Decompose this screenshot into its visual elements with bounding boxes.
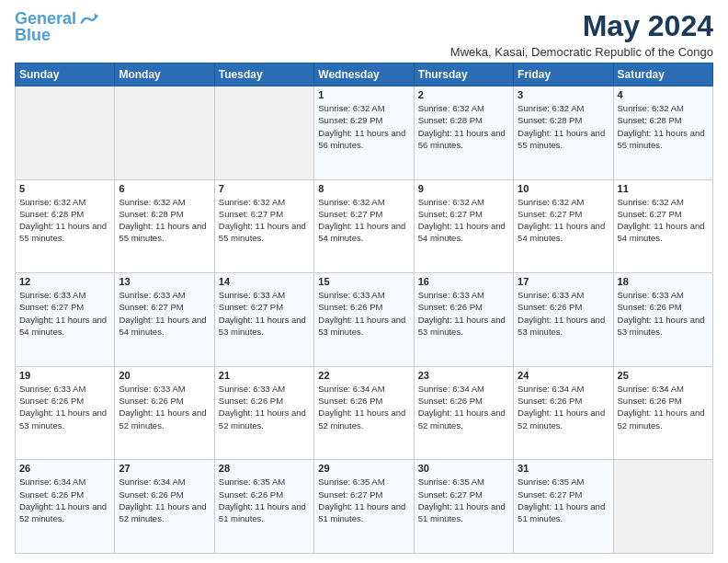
day-info: Sunrise: 6:34 AM Sunset: 6:26 PM Dayligh… bbox=[618, 383, 709, 431]
calendar-cell: 26Sunrise: 6:34 AM Sunset: 6:26 PM Dayli… bbox=[16, 460, 115, 554]
calendar-cell: 28Sunrise: 6:35 AM Sunset: 6:26 PM Dayli… bbox=[214, 460, 313, 554]
day-number: 29 bbox=[318, 463, 409, 474]
day-header-tuesday: Tuesday bbox=[214, 63, 313, 86]
day-info: Sunrise: 6:33 AM Sunset: 6:26 PM Dayligh… bbox=[618, 289, 709, 338]
day-header-sunday: Sunday bbox=[16, 63, 115, 86]
day-number: 9 bbox=[418, 183, 509, 194]
week-row-5: 26Sunrise: 6:34 AM Sunset: 6:26 PM Dayli… bbox=[16, 460, 713, 554]
calendar-cell: 17Sunrise: 6:33 AM Sunset: 6:26 PM Dayli… bbox=[514, 273, 613, 367]
day-info: Sunrise: 6:32 AM Sunset: 6:29 PM Dayligh… bbox=[318, 102, 409, 151]
calendar-cell: 2Sunrise: 6:32 AM Sunset: 6:28 PM Daylig… bbox=[414, 86, 513, 180]
day-info: Sunrise: 6:35 AM Sunset: 6:27 PM Dayligh… bbox=[318, 476, 409, 524]
day-number: 4 bbox=[618, 89, 709, 100]
calendar-cell: 31Sunrise: 6:35 AM Sunset: 6:27 PM Dayli… bbox=[514, 460, 613, 554]
calendar-cell: 25Sunrise: 6:34 AM Sunset: 6:26 PM Dayli… bbox=[613, 366, 712, 460]
week-row-1: 1Sunrise: 6:32 AM Sunset: 6:29 PM Daylig… bbox=[16, 86, 713, 180]
day-info: Sunrise: 6:32 AM Sunset: 6:28 PM Dayligh… bbox=[618, 102, 709, 151]
day-info: Sunrise: 6:35 AM Sunset: 6:26 PM Dayligh… bbox=[219, 476, 310, 524]
calendar-cell: 24Sunrise: 6:34 AM Sunset: 6:26 PM Dayli… bbox=[514, 366, 613, 460]
day-info: Sunrise: 6:34 AM Sunset: 6:26 PM Dayligh… bbox=[318, 383, 409, 431]
calendar-cell: 22Sunrise: 6:34 AM Sunset: 6:26 PM Dayli… bbox=[314, 366, 414, 460]
day-number: 28 bbox=[219, 463, 310, 474]
calendar-cell: 19Sunrise: 6:33 AM Sunset: 6:26 PM Dayli… bbox=[16, 366, 115, 460]
day-header-friday: Friday bbox=[514, 63, 613, 86]
calendar-cell: 1Sunrise: 6:32 AM Sunset: 6:29 PM Daylig… bbox=[314, 86, 414, 180]
day-number: 26 bbox=[19, 463, 110, 474]
calendar-cell: 23Sunrise: 6:34 AM Sunset: 6:26 PM Dayli… bbox=[414, 366, 513, 460]
day-info: Sunrise: 6:34 AM Sunset: 6:26 PM Dayligh… bbox=[119, 476, 210, 524]
calendar-cell: 13Sunrise: 6:33 AM Sunset: 6:27 PM Dayli… bbox=[115, 273, 214, 367]
calendar-cell: 21Sunrise: 6:33 AM Sunset: 6:26 PM Dayli… bbox=[214, 366, 313, 460]
calendar-cell: 16Sunrise: 6:33 AM Sunset: 6:26 PM Dayli… bbox=[414, 273, 513, 367]
header: General Blue May 2024 Mweka, Kasai, Demo… bbox=[15, 9, 713, 59]
calendar-cell: 27Sunrise: 6:34 AM Sunset: 6:26 PM Dayli… bbox=[115, 460, 214, 554]
day-number: 7 bbox=[219, 183, 310, 194]
day-header-wednesday: Wednesday bbox=[314, 63, 414, 86]
day-number: 31 bbox=[518, 463, 609, 474]
day-number: 30 bbox=[418, 463, 509, 474]
calendar-cell bbox=[613, 460, 712, 554]
day-number: 25 bbox=[618, 370, 709, 381]
day-number: 6 bbox=[119, 183, 210, 194]
day-number: 2 bbox=[418, 89, 509, 100]
page: General Blue May 2024 Mweka, Kasai, Demo… bbox=[0, 0, 728, 563]
logo: General Blue bbox=[15, 9, 98, 45]
day-info: Sunrise: 6:33 AM Sunset: 6:26 PM Dayligh… bbox=[119, 383, 210, 431]
calendar-cell bbox=[214, 86, 313, 180]
day-info: Sunrise: 6:33 AM Sunset: 6:26 PM Dayligh… bbox=[418, 289, 509, 338]
day-info: Sunrise: 6:34 AM Sunset: 6:26 PM Dayligh… bbox=[518, 383, 609, 431]
week-row-2: 5Sunrise: 6:32 AM Sunset: 6:28 PM Daylig… bbox=[16, 179, 713, 273]
calendar-cell: 4Sunrise: 6:32 AM Sunset: 6:28 PM Daylig… bbox=[613, 86, 712, 180]
calendar-cell: 15Sunrise: 6:33 AM Sunset: 6:26 PM Dayli… bbox=[314, 273, 414, 367]
calendar-cell: 20Sunrise: 6:33 AM Sunset: 6:26 PM Dayli… bbox=[115, 366, 214, 460]
day-info: Sunrise: 6:33 AM Sunset: 6:27 PM Dayligh… bbox=[119, 289, 210, 338]
main-title: May 2024 bbox=[450, 9, 713, 43]
day-number: 23 bbox=[418, 370, 509, 381]
day-number: 21 bbox=[219, 370, 310, 381]
day-info: Sunrise: 6:33 AM Sunset: 6:26 PM Dayligh… bbox=[19, 383, 110, 431]
day-number: 12 bbox=[19, 276, 110, 287]
day-number: 20 bbox=[119, 370, 210, 381]
day-number: 13 bbox=[119, 276, 210, 287]
calendar-cell bbox=[115, 86, 214, 180]
day-number: 10 bbox=[518, 183, 609, 194]
day-info: Sunrise: 6:33 AM Sunset: 6:27 PM Dayligh… bbox=[219, 289, 310, 338]
day-info: Sunrise: 6:32 AM Sunset: 6:27 PM Dayligh… bbox=[418, 196, 509, 245]
subtitle: Mweka, Kasai, Democratic Republic of the… bbox=[450, 45, 713, 59]
calendar-cell: 29Sunrise: 6:35 AM Sunset: 6:27 PM Dayli… bbox=[314, 460, 414, 554]
day-number: 14 bbox=[219, 276, 310, 287]
day-number: 17 bbox=[518, 276, 609, 287]
day-number: 5 bbox=[19, 183, 110, 194]
day-info: Sunrise: 6:35 AM Sunset: 6:27 PM Dayligh… bbox=[418, 476, 509, 524]
day-info: Sunrise: 6:33 AM Sunset: 6:26 PM Dayligh… bbox=[219, 383, 310, 431]
day-header-saturday: Saturday bbox=[613, 63, 712, 86]
calendar-cell: 6Sunrise: 6:32 AM Sunset: 6:28 PM Daylig… bbox=[115, 179, 214, 273]
calendar-cell: 8Sunrise: 6:32 AM Sunset: 6:27 PM Daylig… bbox=[314, 179, 414, 273]
day-number: 3 bbox=[518, 89, 609, 100]
day-info: Sunrise: 6:32 AM Sunset: 6:27 PM Dayligh… bbox=[318, 196, 409, 245]
calendar-cell: 11Sunrise: 6:32 AM Sunset: 6:27 PM Dayli… bbox=[613, 179, 712, 273]
day-header-thursday: Thursday bbox=[414, 63, 513, 86]
day-info: Sunrise: 6:32 AM Sunset: 6:28 PM Dayligh… bbox=[119, 196, 210, 245]
calendar-header-row: SundayMondayTuesdayWednesdayThursdayFrid… bbox=[16, 63, 713, 86]
day-info: Sunrise: 6:32 AM Sunset: 6:28 PM Dayligh… bbox=[19, 196, 110, 245]
calendar-cell: 5Sunrise: 6:32 AM Sunset: 6:28 PM Daylig… bbox=[16, 179, 115, 273]
calendar: SundayMondayTuesdayWednesdayThursdayFrid… bbox=[15, 63, 713, 554]
day-info: Sunrise: 6:33 AM Sunset: 6:26 PM Dayligh… bbox=[318, 289, 409, 338]
calendar-cell: 10Sunrise: 6:32 AM Sunset: 6:27 PM Dayli… bbox=[514, 179, 613, 273]
day-number: 18 bbox=[618, 276, 709, 287]
calendar-cell: 18Sunrise: 6:33 AM Sunset: 6:26 PM Dayli… bbox=[613, 273, 712, 367]
calendar-cell: 12Sunrise: 6:33 AM Sunset: 6:27 PM Dayli… bbox=[16, 273, 115, 367]
calendar-cell: 9Sunrise: 6:32 AM Sunset: 6:27 PM Daylig… bbox=[414, 179, 513, 273]
day-info: Sunrise: 6:32 AM Sunset: 6:27 PM Dayligh… bbox=[618, 196, 709, 245]
calendar-cell: 3Sunrise: 6:32 AM Sunset: 6:28 PM Daylig… bbox=[514, 86, 613, 180]
day-info: Sunrise: 6:32 AM Sunset: 6:27 PM Dayligh… bbox=[518, 196, 609, 245]
calendar-cell bbox=[16, 86, 115, 180]
day-number: 27 bbox=[119, 463, 210, 474]
day-number: 22 bbox=[318, 370, 409, 381]
calendar-cell: 30Sunrise: 6:35 AM Sunset: 6:27 PM Dayli… bbox=[414, 460, 513, 554]
day-info: Sunrise: 6:34 AM Sunset: 6:26 PM Dayligh… bbox=[418, 383, 509, 431]
title-block: May 2024 Mweka, Kasai, Democratic Republ… bbox=[450, 9, 713, 59]
day-info: Sunrise: 6:32 AM Sunset: 6:28 PM Dayligh… bbox=[418, 102, 509, 151]
day-info: Sunrise: 6:32 AM Sunset: 6:27 PM Dayligh… bbox=[219, 196, 310, 245]
